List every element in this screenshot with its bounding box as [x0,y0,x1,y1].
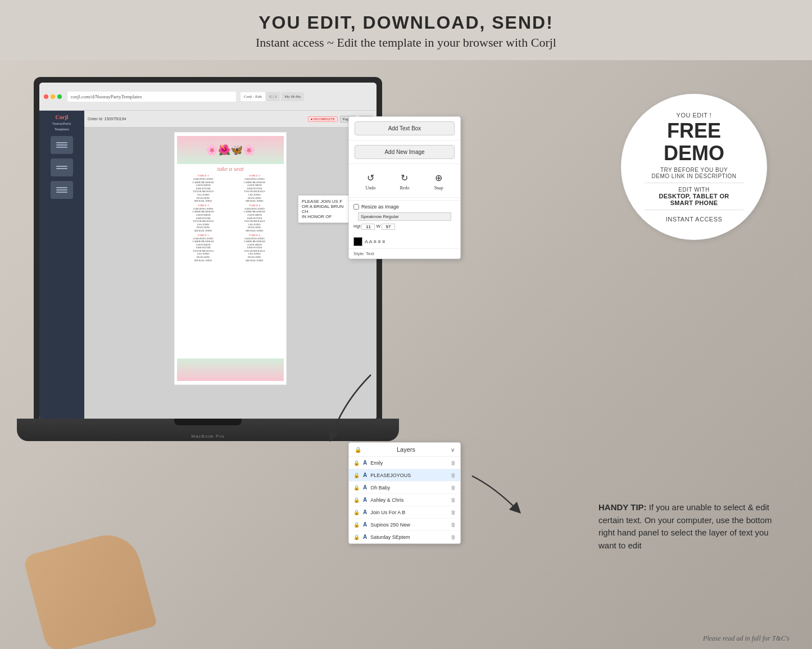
layer-item-saturday[interactable]: 🔒 A Saturday SEptem 🗑 [349,531,460,543]
browser-dot-red [44,94,48,99]
handy-tip: HANDY TIP: If you are unable to select &… [598,501,778,552]
browser-dot-yellow [51,94,55,99]
layer-lock-ohbaby: 🔒 [353,485,360,491]
browser-tabs: Corjl - Edit C | J My Hi-Bu [241,92,304,101]
font-height-input[interactable] [361,224,375,230]
snap-icon: ⊕ [432,171,446,184]
demo-edit-with: EDIT WITH [678,187,709,193]
layer-lock-ashley: 🔒 [353,497,360,503]
font-width-input[interactable] [382,224,395,230]
layer-lock-supinos: 🔒 [353,522,360,528]
corjl-edit-panel: Add Text Box Add New Image ↺ Undo ↻ Redo… [348,116,461,259]
laptop-brand: MacBook Pro [191,434,224,439]
layer-type-emily: A [363,460,367,466]
demo-you-edit: YOU EDIT ! [677,112,712,119]
layer-type-ohbaby: A [363,484,367,491]
table4-names: SAMANTHA JONESCARRIE BRADSHAWJASON SMITH… [229,207,279,233]
redo-label: Redo [400,185,410,190]
browser-dot-green [57,94,62,99]
browser-url[interactable]: corjl.com/d/NoorayPartyTemplates [67,92,236,102]
resize-as-image-checkbox[interactable] [353,204,359,210]
toolbar-incomplete[interactable]: ● INCOMPLETE [308,116,338,122]
table1-names: SAMANTHA JONESCARRIE BRADSHAWJASON SMITH… [178,178,228,203]
layer-item-ohbaby[interactable]: 🔒 A Oh Baby 🗑 [349,482,460,494]
table1-heading: TABLE 1 [178,174,228,177]
table3-names: SAMANTHA JONESCARRIE BRADSHAWJASON SMITH… [178,207,228,233]
layer-item-supinos[interactable]: 🔒 A Supinos 250 New 🗑 [349,519,460,531]
snap-tool[interactable]: ⊕ Snap [432,171,446,190]
font-select[interactable]: Speaknow Regular [358,212,451,221]
layer-delete-supinos[interactable]: 🗑 [451,522,456,528]
layer-type-ashley: A [363,497,367,503]
layer-name-pleasejoyous: PLEASEJOYOUS [370,473,447,478]
undo-icon: ↺ [364,171,377,184]
browser-tab-3[interactable]: My Hi-Bu [281,92,304,101]
table6-names: SAMANTHA JONESCARRIE BRADSHAWJASON SMITH… [229,237,279,262]
sidebar-icon-3[interactable] [51,181,73,199]
layer-delete-pleasejoyous[interactable]: 🗑 [451,473,456,478]
font-size-label: Hgt [353,224,360,230]
panel-divider-3 [349,197,460,198]
top-banner: YOU EDIT, DOWNLOAD, SEND! Instant access… [0,0,812,60]
demo-divider-1 [645,183,743,183]
layer-item-ashley[interactable]: 🔒 A Ashley & Chris 🗑 [349,494,460,506]
layer-lock-emily: 🔒 [353,460,360,466]
main-content: corjl.com/d/NoorayPartyTemplates Corjl -… [0,60,812,649]
order-label: Order Id: 1509750194 [88,117,126,121]
sidebar-icon-2[interactable] [51,158,73,176]
layer-type-saturday: A [363,534,367,540]
laptop-notch [174,419,242,425]
redo-tool[interactable]: ↻ Redo [398,171,411,190]
undo-label: Undo [365,185,375,190]
layer-type-joinusforab: A [363,509,367,515]
chart-title: take a seat [217,165,243,172]
table2-heading: TABLE 2 [229,174,279,177]
undo-tool[interactable]: ↺ Undo [364,171,377,190]
demo-demo: DEMO [664,143,724,164]
layer-name-joinusforab: Join Us For A B [370,510,447,515]
floral-bottom [177,358,284,381]
table3-heading: TABLE 3 [178,204,228,207]
layer-delete-ashley[interactable]: 🗑 [451,497,456,503]
editor-toolbar: Order Id: 1509750194 ● INCOMPLETE Page 1… [84,111,376,128]
layer-delete-ohbaby[interactable]: 🗑 [451,485,456,491]
layer-name-supinos: Supinos 250 New [370,522,447,528]
panel-divider-1 [349,140,460,140]
layer-delete-saturday[interactable]: 🗑 [451,534,456,540]
table2-names: SAMANTHA JONESCARRIE BRADSHAWJASON SMITH… [229,178,279,203]
arrow-svg-2 [461,465,528,521]
demo-instant: INSTANT ACCESS [666,216,723,223]
demo-try-before: TRY BEFORE YOU BUY [660,167,728,173]
demo-smart-phone: SMART PHONE [670,199,718,206]
layer-delete-joinusforab[interactable]: 🗑 [451,510,456,515]
color-tools: A A ≡ ≡ ≡ [365,239,385,244]
editor-sidebar: Corjl NoorayPartyTemplates [39,111,84,420]
add-text-box-button[interactable]: Add Text Box [355,121,455,135]
font-width-label: W [376,224,380,230]
color-swatch[interactable] [353,237,362,246]
browser-tab-2[interactable]: C | J [266,92,280,101]
snap-label: Snap [434,185,443,190]
layer-lock-joinusforab: 🔒 [353,510,360,515]
browser-chrome: corjl.com/d/NoorayPartyTemplates Corjl -… [39,83,376,111]
demo-divider-2 [645,210,743,210]
resize-as-image-label: Resize as Image [361,204,399,210]
footer-text: Please read ad in full for T&C's [703,634,790,643]
demo-devices: DESKTOP, TABLET OR [659,193,729,199]
layer-delete-emily[interactable]: 🗑 [451,460,456,466]
arrow-svg [298,358,410,459]
browser-tab-1[interactable]: Corjl - Edit [241,92,265,101]
redo-icon: ↻ [398,171,411,184]
table6-heading: TABLE 6 [229,234,279,237]
layer-name-ashley: Ashley & Chris [370,497,447,503]
table5-names: SAMANTHA JONESCARRIE BRADSHAWJASON SMITH… [178,237,228,262]
layer-item-pleasejoyous[interactable]: 🔒 A PLEASEJOYOUS 🗑 [349,469,460,482]
table-section: TABLE 1 SAMANTHA JONESCARRIE BRADSHAWJAS… [177,173,284,263]
layer-item-joinusforab[interactable]: 🔒 A Join Us For A B 🗑 [349,506,460,519]
table4-heading: TABLE 4 [229,204,279,207]
layer-type-pleasejoyous: A [363,472,367,478]
sidebar-icon-1[interactable] [51,136,73,154]
add-new-image-button[interactable]: Add New Image [355,145,455,159]
sidebar-logo: Corjl NoorayPartyTemplates [52,114,71,131]
layers-chevron[interactable]: ∨ [451,447,455,453]
